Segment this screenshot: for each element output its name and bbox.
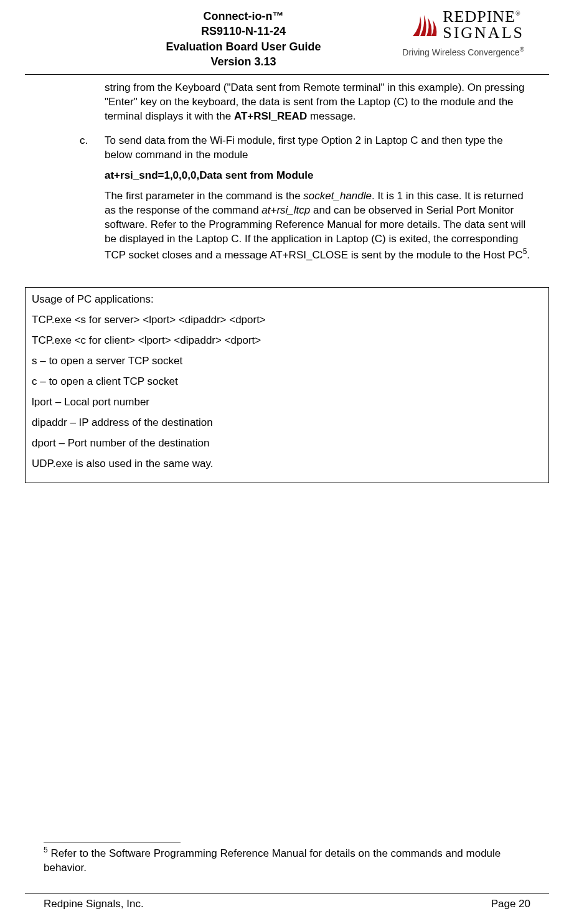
- title-line-2: RS9110-N-11-24: [125, 24, 362, 39]
- usage-line-2: TCP.exe <s for server> <lport> <dipaddr>…: [32, 313, 542, 328]
- company-logo: REDPINE® SIGNALS: [409, 9, 524, 41]
- item-c-command: at+rsi_snd=1,0,0,0,Data sent from Module: [105, 169, 530, 183]
- continuation-paragraph: string from the Keyboard ("Data sent fro…: [44, 81, 530, 124]
- body-content: string from the Keyboard ("Data sent fro…: [0, 75, 574, 268]
- title-line-1: Connect-io-n™: [125, 9, 362, 24]
- list-body-c: To send data from the Wi-Fi module, firs…: [105, 134, 530, 268]
- footnote-number: 5: [44, 846, 48, 854]
- atrsi-ltcp-term: at+rsi_ltcp: [261, 204, 310, 216]
- usage-line-9: UDP.exe is also used in the same way.: [32, 457, 542, 471]
- reg-mark: ®: [515, 10, 521, 17]
- page-header: Connect-io-n™ RS9110-N-11-24 Evaluation …: [25, 0, 549, 75]
- usage-line-1: Usage of PC applications:: [32, 293, 542, 307]
- usage-line-5: c – to open a client TCP socket: [32, 375, 542, 389]
- usage-line-4: s – to open a server TCP socket: [32, 354, 542, 369]
- title-line-4: Version 3.13: [125, 54, 362, 69]
- brand-top: REDPINE®: [443, 9, 520, 25]
- footnote-5: 5 Refer to the Software Programming Refe…: [44, 845, 530, 875]
- logo-tagline: Driving Wireless Convergence®: [362, 45, 524, 59]
- footer-page-number: Page 20: [491, 897, 530, 912]
- usage-line-6: lport – Local port number: [32, 395, 542, 410]
- usage-line-8: dport – Port number of the destination: [32, 436, 542, 451]
- page-footer: Redpine Signals, Inc. Page 20: [25, 893, 549, 912]
- list-item-c: c. To send data from the Wi-Fi module, f…: [44, 134, 530, 268]
- footer-company: Redpine Signals, Inc.: [44, 897, 144, 912]
- doc-title-block: Connect-io-n™ RS9110-N-11-24 Evaluation …: [50, 9, 362, 69]
- footnote-rule: [44, 842, 181, 842]
- item-c-p2: The first parameter in the command is th…: [105, 189, 530, 262]
- list-marker-c: c.: [80, 134, 105, 268]
- title-line-3: Evaluation Board User Guide: [125, 39, 362, 54]
- brand-bottom: SIGNALS: [443, 25, 524, 41]
- usage-line-7: dipaddr – IP address of the destination: [32, 416, 542, 430]
- item-c-p1: To send data from the Wi-Fi module, firs…: [105, 134, 530, 163]
- footnote-area: 5 Refer to the Software Programming Refe…: [44, 842, 530, 875]
- socket-handle-term: socket_handle: [303, 190, 372, 202]
- usage-line-3: TCP.exe <c for client> <lport> <dipaddr>…: [32, 334, 542, 348]
- usage-box: Usage of PC applications: TCP.exe <s for…: [25, 287, 549, 483]
- at-rsi-read-cmd: AT+RSI_READ: [234, 110, 307, 122]
- logo-text: REDPINE® SIGNALS: [443, 9, 524, 41]
- pinecone-icon: [409, 10, 439, 40]
- logo-block: REDPINE® SIGNALS Driving Wireless Conver…: [362, 9, 524, 58]
